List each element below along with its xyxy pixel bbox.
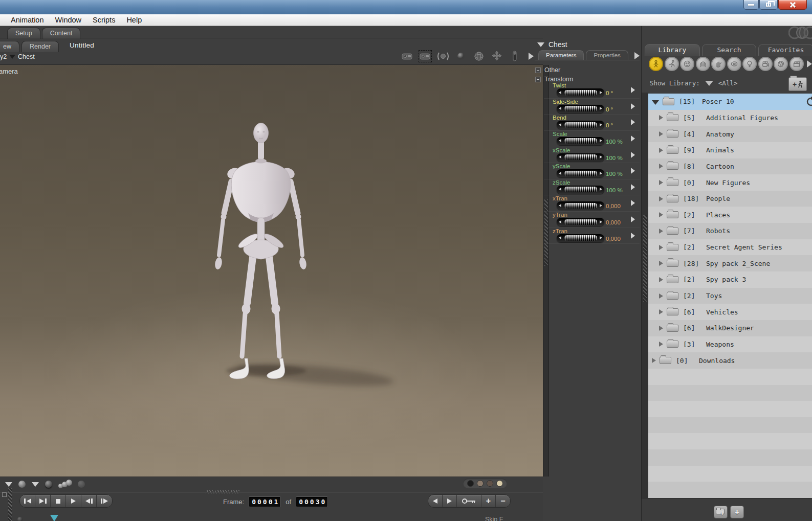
dial-knurl[interactable] (564, 90, 597, 96)
dial-value[interactable]: 0 ° (606, 106, 613, 112)
figure-style-ball-icon[interactable] (45, 481, 52, 488)
hands-category-icon[interactable] (711, 57, 726, 71)
library-tree-row[interactable]: [6] Vehicles (648, 304, 812, 320)
menu-item[interactable]: Window (49, 16, 87, 24)
dial-decrease-icon[interactable] (559, 155, 561, 158)
edit-keyframes-button[interactable] (457, 495, 481, 507)
library-tree-row[interactable]: [7] Robots (648, 223, 812, 239)
expand-arrow-icon[interactable] (659, 277, 663, 282)
dial-value[interactable]: 0 ° (606, 90, 613, 96)
expand-arrow-icon[interactable] (659, 245, 663, 250)
expand-arrow-icon[interactable] (659, 261, 663, 266)
dial-knurl[interactable] (564, 154, 597, 160)
tab-preview-partial[interactable]: ew (0, 41, 19, 52)
dial-control[interactable] (557, 218, 604, 226)
dial-options-arrow-icon[interactable] (631, 152, 635, 158)
tab-render[interactable]: Render (21, 41, 59, 52)
document-style-ball-icon[interactable] (18, 481, 26, 488)
next-keyframe-button[interactable] (443, 495, 457, 507)
more-cameras-arrow-icon[interactable] (529, 53, 534, 60)
add-item-button[interactable]: + (730, 506, 744, 518)
dial-increase-icon[interactable] (600, 204, 602, 207)
dial-knurl[interactable] (564, 235, 597, 241)
first-frame-button[interactable] (20, 495, 35, 507)
dial-value[interactable]: 100 % (606, 139, 623, 145)
figure-selector-partial[interactable]: y2 (0, 53, 7, 60)
previous-keyframe-button[interactable] (428, 495, 443, 507)
dial-decrease-icon[interactable] (559, 188, 561, 191)
dial-decrease-icon[interactable] (559, 91, 561, 94)
window-titlebar[interactable] (0, 0, 812, 14)
parameters-more-arrow-icon[interactable] (634, 52, 640, 59)
dial-increase-icon[interactable] (600, 236, 602, 239)
library-tree-row[interactable]: [15] Poser 10 (648, 94, 812, 110)
dial-options-arrow-icon[interactable] (631, 103, 635, 109)
menu-item[interactable]: Help (121, 16, 147, 24)
expand-arrow-icon[interactable] (659, 148, 663, 153)
dial-control[interactable] (557, 186, 604, 194)
library-tab[interactable]: Favorites (758, 44, 812, 56)
play-button[interactable] (66, 495, 81, 507)
expressions-category-icon[interactable] (680, 57, 694, 71)
add-keyframe-button[interactable]: + (481, 495, 496, 507)
parameters-tab[interactable]: Properties (586, 50, 628, 60)
workspace-tab[interactable]: Setup (7, 28, 40, 39)
collapse-group-icon[interactable] (535, 67, 541, 73)
dial-increase-icon[interactable] (600, 123, 602, 126)
dial-value[interactable]: 0,000 (606, 219, 621, 225)
trackball-icon[interactable] (436, 50, 450, 63)
dial-decrease-icon[interactable] (559, 220, 561, 223)
dial-control[interactable] (557, 137, 604, 145)
expand-arrow-icon[interactable] (659, 326, 663, 331)
library-tree-row[interactable]: [2] Spy pack 3 (648, 271, 812, 288)
dial-decrease-icon[interactable] (559, 236, 561, 239)
figures-category-icon[interactable] (649, 57, 663, 71)
lights-category-icon[interactable] (742, 57, 757, 71)
dial-increase-icon[interactable] (600, 139, 602, 142)
shadow-color-swatch[interactable] (487, 480, 493, 487)
figure-display-style-icon[interactable] (32, 482, 39, 487)
stop-button[interactable] (51, 495, 66, 507)
dial-options-arrow-icon[interactable] (631, 216, 635, 222)
library-tree-row[interactable]: [6] WalkDesigner (648, 320, 812, 336)
dial-increase-icon[interactable] (600, 220, 602, 223)
show-library-dropdown-icon[interactable] (705, 81, 713, 86)
dial-increase-icon[interactable] (600, 107, 602, 110)
element-style-cluster-icon[interactable] (58, 480, 72, 489)
minimize-button[interactable] (743, 0, 759, 10)
dial-value[interactable]: 100 % (606, 187, 623, 193)
library-splitter[interactable] (642, 93, 648, 498)
more-categories-arrow-icon[interactable] (807, 60, 812, 67)
dial-knurl[interactable] (564, 122, 597, 128)
delete-keyframe-button[interactable]: − (496, 495, 510, 507)
library-tree-row[interactable]: [9] Animals (648, 142, 812, 158)
total-frames-field[interactable]: 00030 (296, 496, 328, 507)
scene-viewport[interactable]: amera (0, 65, 543, 477)
dial-knurl[interactable] (564, 203, 597, 209)
parameters-tab[interactable]: Parameters (538, 50, 584, 60)
dial-control[interactable] (557, 105, 604, 113)
library-tree-row[interactable]: [2] Secret Agent Series (648, 239, 812, 256)
library-tree-row[interactable]: [0] Downloads (648, 352, 812, 369)
rotate-sphere-icon[interactable] (454, 50, 468, 63)
library-tree-row[interactable]: [8] Cartoon (648, 158, 812, 175)
expand-arrow-icon[interactable] (659, 342, 663, 347)
expand-arrow-icon[interactable] (659, 131, 663, 137)
poses-category-icon[interactable] (665, 57, 679, 71)
timeline-position-marker[interactable] (50, 515, 58, 521)
step-back-button[interactable] (81, 495, 97, 507)
expand-arrow-icon[interactable] (659, 212, 663, 217)
dial-control[interactable] (557, 201, 604, 210)
expand-arrow-icon[interactable] (652, 358, 656, 363)
dial-options-arrow-icon[interactable] (631, 135, 635, 142)
dial-options-arrow-icon[interactable] (631, 168, 635, 174)
dial-control[interactable] (557, 169, 604, 177)
show-library-value[interactable]: <All> (718, 79, 738, 87)
dial-value[interactable]: 0 ° (606, 122, 613, 128)
refresh-icon[interactable] (805, 96, 812, 109)
dial-decrease-icon[interactable] (559, 204, 561, 207)
foreground-color-swatch[interactable] (467, 480, 474, 487)
dial-options-arrow-icon[interactable] (631, 119, 635, 125)
expand-arrow-icon[interactable] (659, 180, 663, 185)
dial-decrease-icon[interactable] (559, 123, 561, 126)
